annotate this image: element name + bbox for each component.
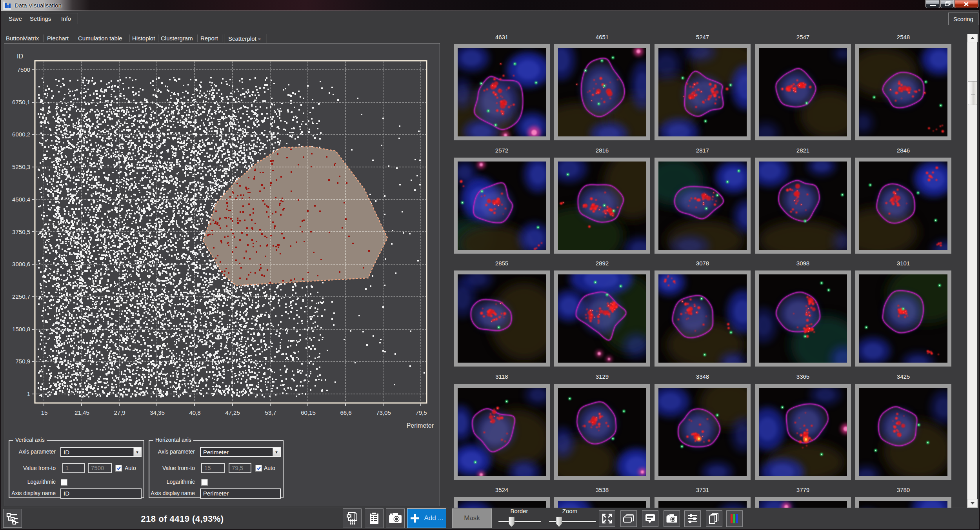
svg-text:6000,2: 6000,2 (12, 131, 30, 138)
svg-text:47,25: 47,25 (225, 409, 240, 416)
svg-text:7500: 7500 (17, 66, 30, 73)
svg-text:4500,4: 4500,4 (12, 196, 30, 203)
svg-text:6750,1: 6750,1 (12, 99, 30, 105)
svg-text:2250,7: 2250,7 (12, 293, 30, 300)
svg-text:5250,3: 5250,3 (12, 163, 30, 170)
svg-text:15: 15 (41, 409, 48, 416)
svg-text:3750,5: 3750,5 (12, 229, 30, 235)
svg-text:27,9: 27,9 (114, 409, 125, 416)
svg-text:40,8: 40,8 (189, 409, 200, 416)
svg-text:21,45: 21,45 (75, 409, 89, 416)
svg-text:ID: ID (17, 53, 23, 60)
svg-text:60,15: 60,15 (301, 409, 316, 416)
svg-text:750,9: 750,9 (15, 358, 30, 365)
svg-text:66,6: 66,6 (340, 409, 351, 416)
svg-text:53,7: 53,7 (265, 409, 276, 416)
svg-text:1: 1 (27, 390, 30, 397)
svg-text:34,35: 34,35 (150, 409, 165, 416)
svg-text:1500,8: 1500,8 (12, 326, 30, 332)
svg-text:73,05: 73,05 (376, 409, 391, 416)
svg-text:Perimeter: Perimeter (407, 422, 434, 429)
svg-text:79,5: 79,5 (415, 409, 427, 416)
svg-text:3000,6: 3000,6 (12, 261, 30, 267)
